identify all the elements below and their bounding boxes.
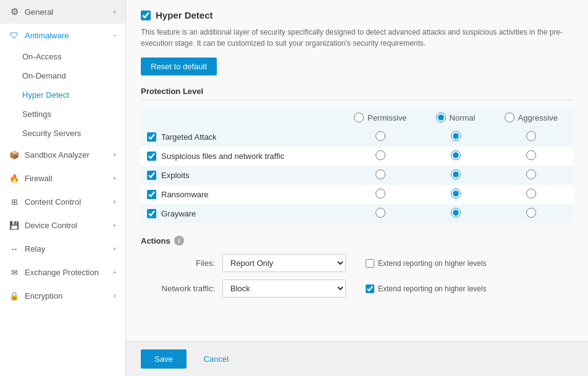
network-extend-label: Extend reporting on higher levels bbox=[378, 284, 486, 293]
files-extend-wrap: Extend reporting on higher levels bbox=[366, 259, 486, 268]
table-row: Targeted Attack bbox=[141, 127, 573, 147]
sidebar-item-encryption[interactable]: 🔒 Encryption + bbox=[0, 284, 125, 307]
network-extend-checkbox[interactable] bbox=[366, 284, 374, 293]
radio-row0-aggressive[interactable] bbox=[526, 131, 536, 141]
sidebar-item-antimalware[interactable]: 🛡 Antimalware − bbox=[0, 24, 125, 47]
radio-row2-permissive[interactable] bbox=[376, 169, 385, 179]
cell-normal bbox=[422, 166, 489, 185]
sidebar-item-relay[interactable]: ↔ Relay + bbox=[0, 237, 125, 260]
cell-aggressive bbox=[489, 204, 573, 223]
radio-row3-permissive[interactable] bbox=[376, 189, 385, 199]
radio-row3-aggressive[interactable] bbox=[526, 189, 536, 199]
row-checkbox-suspicious-files[interactable] bbox=[147, 152, 156, 161]
table-row: Ransomware bbox=[141, 185, 573, 204]
hyper-detect-description: This feature is an additional layer of s… bbox=[141, 27, 573, 49]
sub-item-label: On-Demand bbox=[22, 71, 66, 80]
radio-row4-aggressive[interactable] bbox=[526, 208, 536, 218]
radio-normal[interactable] bbox=[436, 113, 446, 122]
row-checkbox-ransomware[interactable] bbox=[147, 190, 156, 199]
sub-item-label: Security Servers bbox=[22, 129, 81, 138]
protection-table: Permissive Normal Aggressive bbox=[141, 109, 573, 223]
row-checkbox-exploits[interactable] bbox=[147, 171, 156, 180]
cell-normal bbox=[422, 147, 489, 166]
th-normal: Normal bbox=[422, 109, 489, 127]
radio-row0-normal[interactable] bbox=[451, 131, 461, 141]
actions-title: Actions bbox=[141, 236, 170, 246]
radio-row1-permissive[interactable] bbox=[376, 150, 385, 160]
action-row-files: Files: Report Only Block Disinfect Delet… bbox=[141, 254, 573, 272]
row-label-cell: Ransomware bbox=[141, 185, 338, 204]
sidebar-item-label: Firewall bbox=[25, 174, 52, 183]
plus-icon: + bbox=[113, 8, 117, 15]
exchange-icon: ✉ bbox=[9, 267, 20, 278]
plus-icon: + bbox=[113, 198, 117, 205]
table-row: Suspicious files and network traffic bbox=[141, 147, 573, 166]
main-content: Hyper Detect This feature is an addition… bbox=[126, 0, 588, 376]
plus-icon: + bbox=[113, 151, 117, 158]
cell-permissive bbox=[338, 127, 422, 147]
box-icon: 📦 bbox=[9, 149, 20, 160]
sidebar-item-label: Encryption bbox=[25, 291, 62, 301]
sidebar-item-label: Exchange Protection bbox=[25, 268, 99, 277]
radio-row1-normal[interactable] bbox=[451, 150, 461, 160]
sidebar-sub-settings[interactable]: Settings bbox=[0, 105, 125, 124]
hyper-detect-checkbox[interactable] bbox=[141, 11, 151, 20]
radio-row4-permissive[interactable] bbox=[376, 208, 385, 218]
radio-row2-aggressive[interactable] bbox=[526, 169, 536, 179]
radio-row1-aggressive[interactable] bbox=[526, 150, 536, 160]
row-label-cell: Exploits bbox=[141, 166, 338, 185]
plus-icon: + bbox=[113, 174, 117, 182]
files-extend-label: Extend reporting on higher levels bbox=[378, 259, 486, 268]
files-label: Files: bbox=[141, 258, 215, 268]
network-dropdown[interactable]: Report Only Block bbox=[222, 280, 346, 297]
row-label-cell: Suspicious files and network traffic bbox=[141, 147, 338, 166]
files-extend-checkbox[interactable] bbox=[366, 259, 374, 268]
plus-icon: + bbox=[113, 245, 117, 252]
row-checkbox-targeted-attack[interactable] bbox=[147, 132, 156, 142]
sidebar-sub-security-servers[interactable]: Security Servers bbox=[0, 124, 125, 143]
content-icon: ⊞ bbox=[9, 196, 20, 207]
sidebar-item-sandbox[interactable]: 📦 Sandbox Analyzer + bbox=[0, 143, 125, 166]
radio-row4-normal[interactable] bbox=[451, 208, 461, 218]
th-permissive: Permissive bbox=[338, 109, 422, 127]
sidebar-sub-on-access[interactable]: On-Access bbox=[0, 47, 125, 66]
actions-section: Actions i Files: Report Only Block Disin… bbox=[141, 236, 573, 297]
save-button[interactable]: Save bbox=[141, 349, 187, 369]
cancel-button[interactable]: Cancel bbox=[194, 349, 238, 369]
sidebar-item-content-control[interactable]: ⊞ Content Control + bbox=[0, 190, 125, 213]
sidebar-item-label: Relay bbox=[25, 244, 45, 254]
radio-permissive[interactable] bbox=[354, 113, 364, 122]
cell-aggressive bbox=[489, 147, 573, 166]
info-icon[interactable]: i bbox=[174, 236, 184, 246]
shield-icon: 🛡 bbox=[9, 30, 20, 41]
sidebar-item-exchange-protection[interactable]: ✉ Exchange Protection + bbox=[0, 260, 125, 284]
table-row: Grayware bbox=[141, 204, 573, 223]
sidebar: ⚙ General + 🛡 Antimalware − On-Access On… bbox=[0, 0, 126, 376]
radio-row0-permissive[interactable] bbox=[376, 131, 385, 141]
relay-icon: ↔ bbox=[9, 243, 20, 254]
row-label-cell: Grayware bbox=[141, 204, 338, 223]
radio-aggressive[interactable] bbox=[505, 113, 514, 122]
reset-to-default-button[interactable]: Reset to default bbox=[141, 58, 217, 75]
minus-icon: − bbox=[113, 32, 117, 39]
hyper-detect-header: Hyper Detect bbox=[141, 10, 573, 20]
cell-permissive bbox=[338, 185, 422, 204]
files-dropdown[interactable]: Report Only Block Disinfect Delete bbox=[222, 254, 346, 272]
sidebar-item-device-control[interactable]: 💾 Device Control + bbox=[0, 213, 125, 237]
sidebar-item-firewall[interactable]: 🔥 Firewall + bbox=[0, 166, 125, 190]
sidebar-item-label: Sandbox Analyzer bbox=[25, 150, 90, 160]
hyper-detect-title: Hyper Detect bbox=[156, 10, 213, 20]
actions-header: Actions i bbox=[141, 236, 573, 246]
sub-item-label: On-Access bbox=[22, 52, 62, 61]
table-row: Exploits bbox=[141, 166, 573, 185]
table-header-row: Permissive Normal Aggressive bbox=[141, 109, 573, 127]
action-row-network: Network traffic: Report Only Block Exten… bbox=[141, 280, 573, 297]
sidebar-sub-hyper-detect[interactable]: Hyper Detect bbox=[0, 85, 125, 105]
row-checkbox-grayware[interactable] bbox=[147, 209, 156, 218]
radio-row2-normal[interactable] bbox=[451, 169, 461, 179]
radio-row3-normal[interactable] bbox=[451, 189, 461, 199]
sidebar-item-general[interactable]: ⚙ General + bbox=[0, 0, 125, 24]
cell-permissive bbox=[338, 204, 422, 223]
network-label: Network traffic: bbox=[141, 284, 215, 293]
sidebar-sub-on-demand[interactable]: On-Demand bbox=[0, 66, 125, 85]
